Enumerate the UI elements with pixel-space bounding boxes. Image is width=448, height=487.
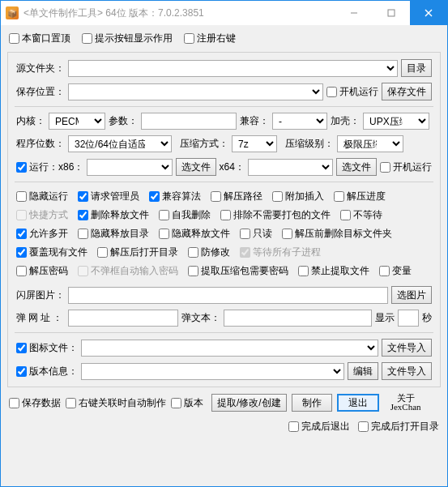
popup-url-label: 弹网址： xyxy=(16,311,65,325)
var-checkbox[interactable]: 变量 xyxy=(379,264,412,278)
options-grid: 隐藏运行 请求管理员 兼容算法 解压路径 附加插入 解压进度 快捷方式 删除释放… xyxy=(16,188,432,280)
compat-select[interactable]: - xyxy=(272,113,327,130)
compat-alg-checkbox[interactable]: 兼容算法 xyxy=(149,190,201,203)
anti-mod-checkbox[interactable]: 防修改 xyxy=(188,246,230,259)
version-edit-button[interactable]: 编辑 xyxy=(348,362,378,380)
extract-pwd-checkbox[interactable]: 解压密码 xyxy=(16,264,68,278)
save-label: 保存位置： xyxy=(16,85,65,99)
version-select[interactable] xyxy=(81,363,344,380)
exit-after-checkbox[interactable]: 完成后退出 xyxy=(288,420,350,434)
main-panel: 源文件夹： 目录 保存位置： 开机运行 保存文件 内核： PECMD 参数： 兼… xyxy=(7,52,441,387)
core-select[interactable]: PECMD xyxy=(49,113,105,130)
no-pwd-dialog-checkbox: 不弹框自动输入密码 xyxy=(78,264,178,278)
version-checkbox[interactable]: 版本信息： xyxy=(16,365,78,378)
splash-path-input[interactable] xyxy=(68,287,388,304)
comp-level-select[interactable]: 极限压缩 xyxy=(337,135,403,152)
self-del-checkbox[interactable]: 自我删除 xyxy=(159,208,211,222)
run-boot-checkbox[interactable]: 开机运行 xyxy=(380,160,432,174)
hide-dir-checkbox[interactable]: 隐藏释放目录 xyxy=(78,227,149,241)
shell-select[interactable]: UPX压缩 xyxy=(363,113,429,130)
readonly-checkbox[interactable]: 只读 xyxy=(240,227,272,241)
popup-show-label: 显示 xyxy=(375,311,395,325)
maximize-button[interactable] xyxy=(373,1,410,25)
run-x64-label: x64： xyxy=(220,160,245,174)
extract-path-checkbox[interactable]: 解压路径 xyxy=(211,190,262,203)
open-after-checkbox[interactable]: 解压后打开目录 xyxy=(97,246,178,259)
overwrite-checkbox[interactable]: 覆盖现有文件 xyxy=(16,246,87,259)
popup-url-input[interactable] xyxy=(68,310,178,327)
del-extract-checkbox[interactable]: 删除释放文件 xyxy=(78,208,149,222)
source-folder-select[interactable] xyxy=(68,60,398,77)
icon-import-button[interactable]: 文件导入 xyxy=(382,339,432,357)
run-x86-select[interactable] xyxy=(87,159,172,176)
bits-label: 程序位数： xyxy=(16,137,65,151)
allow-multi-checkbox[interactable]: 允许多开 xyxy=(16,227,68,241)
top-options: 本窗口置顶 提示按钮显示作用 注册右键 xyxy=(7,30,441,49)
register-rightclick-checkbox[interactable]: 注册右键 xyxy=(184,32,236,45)
window-title: <单文件制作工具> 64位 版本：7.0.2.3851 xyxy=(23,6,204,20)
comp-method-select[interactable]: 7z xyxy=(232,135,277,152)
run-x86-checkbox[interactable]: 运行：x86： xyxy=(16,160,83,174)
no-extract-checkbox[interactable]: 禁止提取文件 xyxy=(298,264,369,278)
about-label[interactable]: 关于JexChan xyxy=(390,394,421,412)
separator xyxy=(15,332,433,333)
popup-row: 弹网址： 弹文本： 显示 秒 xyxy=(16,310,432,327)
run-x64-file-button[interactable]: 选文件 xyxy=(336,158,377,176)
content: 本窗口置顶 提示按钮显示作用 注册右键 源文件夹： 目录 保存位置： 开机运行 … xyxy=(1,25,447,486)
wait-child-checkbox: 等待所有子进程 xyxy=(240,246,321,259)
plugin-checkbox[interactable]: 附加插入 xyxy=(272,190,324,203)
shortcut-checkbox: 快捷方式 xyxy=(16,208,68,222)
close-button[interactable] xyxy=(410,1,447,25)
splash-label: 闪屏图片： xyxy=(16,288,65,302)
bits-select[interactable]: 32位/64位自适应 xyxy=(68,135,172,152)
compat-label: 兼容： xyxy=(240,114,269,128)
icon-checkbox[interactable]: 图标文件： xyxy=(16,341,78,355)
icon-row: 图标文件： 文件导入 xyxy=(16,339,432,357)
bottom-bar: 保存数据 右键关联时自动制作 版本 提取/修改/创建 制作 退出 关于JexCh… xyxy=(7,391,441,413)
save-file-button[interactable]: 保存文件 xyxy=(382,83,432,100)
save-row: 保存位置： 开机运行 保存文件 xyxy=(16,83,432,100)
no-wait-checkbox[interactable]: 不等待 xyxy=(340,208,382,222)
version-import-button[interactable]: 文件导入 xyxy=(382,362,432,380)
extract-modify-create-button[interactable]: 提取/修改/创建 xyxy=(211,394,287,412)
run-x86-file-button[interactable]: 选文件 xyxy=(176,158,216,176)
popup-duration-input[interactable] xyxy=(398,310,419,327)
source-label: 源文件夹： xyxy=(16,62,65,75)
open-after-done-checkbox[interactable]: 完成后打开目录 xyxy=(358,420,439,434)
del-before-extract-checkbox[interactable]: 解压前删除目标文件夹 xyxy=(282,227,392,241)
minimize-button[interactable] xyxy=(335,1,373,25)
version-flag-checkbox[interactable]: 版本 xyxy=(171,396,203,410)
param-input[interactable] xyxy=(141,113,237,130)
source-browse-button[interactable]: 目录 xyxy=(401,59,432,77)
titlebar: 📦 <单文件制作工具> 64位 版本：7.0.2.3851 xyxy=(1,1,447,25)
version-row: 版本信息： 编辑 文件导入 xyxy=(16,362,432,380)
exclude-pack-checkbox[interactable]: 排除不需要打包的文件 xyxy=(220,208,331,222)
source-row: 源文件夹： 目录 xyxy=(16,59,432,77)
exit-button[interactable]: 退出 xyxy=(337,394,379,412)
separator xyxy=(15,182,433,182)
save-location-select[interactable] xyxy=(68,83,323,100)
run-row: 运行：x86： 选文件 x64： 选文件 开机运行 xyxy=(16,158,432,176)
shell-label: 加壳： xyxy=(331,114,360,128)
splash-browse-button[interactable]: 选图片 xyxy=(391,286,432,304)
separator xyxy=(15,106,433,107)
need-pwd-checkbox[interactable]: 提取压缩包需要密码 xyxy=(188,264,288,278)
auto-make-checkbox[interactable]: 右键关联时自动制作 xyxy=(66,396,166,410)
popup-unit-label: 秒 xyxy=(422,311,432,325)
popup-text-input[interactable] xyxy=(224,310,372,327)
req-admin-checkbox[interactable]: 请求管理员 xyxy=(78,190,139,203)
progress-checkbox[interactable]: 解压进度 xyxy=(334,190,386,203)
hide-run-checkbox[interactable]: 隐藏运行 xyxy=(16,190,68,203)
icon-file-select[interactable] xyxy=(81,340,378,357)
make-button[interactable]: 制作 xyxy=(292,394,332,412)
run-x64-select[interactable] xyxy=(248,159,333,176)
always-on-top-checkbox[interactable]: 本窗口置顶 xyxy=(9,32,70,45)
comp-label: 压缩方式： xyxy=(180,137,228,151)
param-label: 参数： xyxy=(109,114,138,128)
save-data-checkbox[interactable]: 保存数据 xyxy=(9,396,61,410)
core-row: 内核： PECMD 参数： 兼容： - 加壳： UPX压缩 xyxy=(16,113,432,130)
boot-run-checkbox[interactable]: 开机运行 xyxy=(326,85,378,99)
app-icon: 📦 xyxy=(6,6,19,19)
show-hint-checkbox[interactable]: 提示按钮显示作用 xyxy=(82,32,173,45)
hide-files-checkbox[interactable]: 隐藏释放文件 xyxy=(159,227,230,241)
